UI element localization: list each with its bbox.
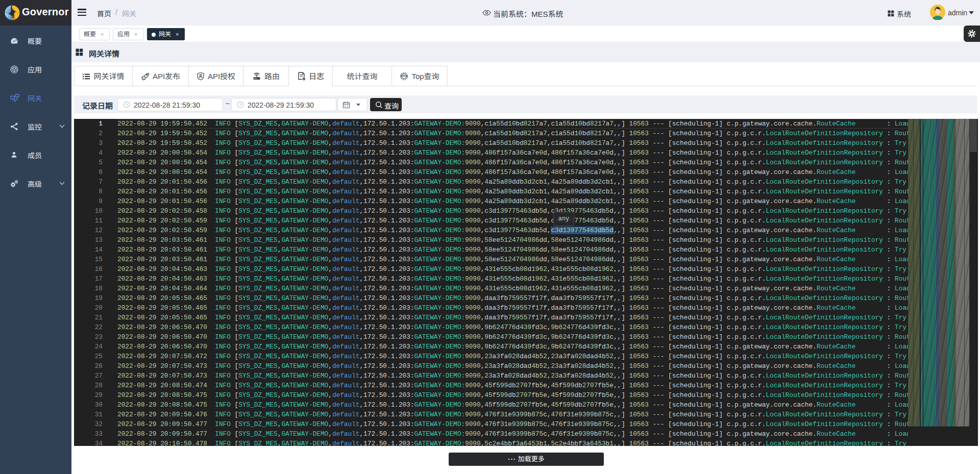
svg-text:TOP10: TOP10 bbox=[401, 75, 408, 78]
